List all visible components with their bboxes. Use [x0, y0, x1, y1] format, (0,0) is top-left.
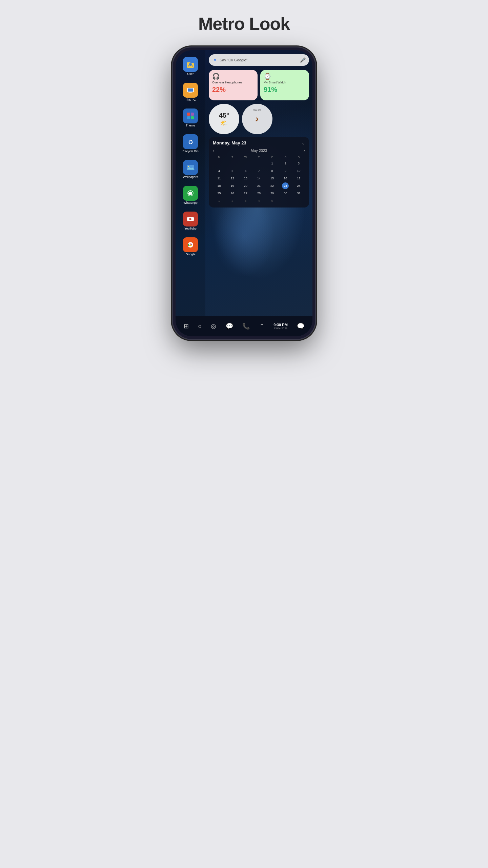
cal-day-1[interactable]: 1: [269, 160, 276, 167]
cal-day-empty5: [282, 197, 289, 204]
recycle-label: Recycle Bin: [182, 150, 199, 153]
headphones-percent: 22%: [212, 86, 254, 94]
cal-day-2[interactable]: 2: [282, 160, 289, 167]
cal-day-23-today[interactable]: 23: [282, 182, 289, 189]
cal-header-s2: S: [292, 155, 305, 159]
thispc-label: This PC: [185, 98, 196, 102]
cal-day-4[interactable]: 4: [216, 167, 223, 174]
cal-day-27[interactable]: 27: [242, 190, 249, 197]
sidebar-item-whatsapp[interactable]: WhatsApp: [178, 183, 203, 208]
calendar-month-label: May 2023: [251, 149, 267, 153]
cal-day-15[interactable]: 15: [269, 175, 276, 182]
calendar-header: Monday, May 23 ⌄: [213, 140, 305, 145]
cal-day-30[interactable]: 30: [282, 190, 289, 197]
message-icon[interactable]: 🗨️: [297, 322, 304, 330]
cal-day-14[interactable]: 14: [256, 175, 262, 182]
cal-day-25[interactable]: 25: [216, 190, 223, 197]
mic-icon[interactable]: 🎤: [300, 57, 306, 63]
sidebar-item-youtube[interactable]: YouTube: [178, 209, 203, 233]
cal-day-16[interactable]: 16: [282, 175, 289, 182]
nav-time: 9:30 PM: [273, 323, 288, 327]
user-icon: [183, 57, 198, 72]
svg-rect-12: [187, 116, 190, 119]
sidebar-item-theme[interactable]: Theme: [178, 106, 203, 130]
phone-screen: User This PC: [176, 50, 312, 336]
clock-widget[interactable]: Sat 22 ›: [242, 104, 272, 134]
search-bar[interactable]: Say "Ok Google" 🎤: [209, 54, 309, 66]
calendar-next-button[interactable]: ›: [304, 148, 305, 153]
headphones-widget[interactable]: 🎧 Over-ear Headphones 22%: [209, 70, 258, 100]
cal-day-20[interactable]: 20: [242, 182, 249, 189]
cal-day-26[interactable]: 26: [229, 190, 236, 197]
cal-day-next3[interactable]: 3: [242, 197, 249, 204]
sidebar-item-google[interactable]: Google: [178, 235, 203, 259]
cal-day-6[interactable]: 6: [242, 167, 249, 174]
cal-day-7[interactable]: 7: [256, 167, 262, 174]
cal-day-11[interactable]: 11: [216, 175, 223, 182]
cal-day-19[interactable]: 19: [229, 182, 236, 189]
home-circle-icon[interactable]: ○: [198, 323, 202, 330]
headphones-name: Over-ear Headphones: [212, 81, 254, 84]
cal-day-21[interactable]: 21: [256, 182, 262, 189]
cal-day-24[interactable]: 24: [295, 182, 302, 189]
wallpaper-icon: [183, 160, 198, 175]
svg-rect-6: [188, 88, 193, 92]
cal-day-28[interactable]: 28: [256, 190, 262, 197]
cal-day-18[interactable]: 18: [216, 182, 223, 189]
cal-day-8[interactable]: 8: [269, 167, 276, 174]
svg-rect-13: [191, 116, 194, 119]
cal-day-next5[interactable]: 5: [269, 197, 276, 204]
clock-hand-icon: ›: [254, 113, 260, 124]
clock-date: Sat 22: [253, 108, 261, 112]
cal-day-5[interactable]: 5: [229, 167, 236, 174]
calendar-widget[interactable]: Monday, May 23 ⌄ ‹ May 2023 › M T W T: [209, 137, 309, 208]
weather-widget[interactable]: 45° 🌤️: [209, 104, 239, 134]
theme-icon: [183, 108, 198, 123]
cal-day-next2[interactable]: 2: [229, 197, 236, 204]
thispc-icon: [183, 83, 198, 98]
svg-rect-9: [186, 111, 195, 121]
cal-day-3[interactable]: 3: [295, 160, 302, 167]
cal-header-f: F: [266, 155, 279, 159]
cal-day-10[interactable]: 10: [295, 167, 302, 174]
cal-header-t2: T: [252, 155, 265, 159]
sidebar-item-user[interactable]: User: [178, 54, 203, 79]
sidebar-item-thispc[interactable]: This PC: [178, 80, 203, 104]
headphones-icon: 🎧: [212, 73, 254, 80]
phone-icon[interactable]: 📞: [242, 322, 250, 330]
svg-rect-10: [187, 113, 190, 116]
svg-point-18: [188, 166, 189, 167]
google-label: Google: [185, 253, 195, 256]
cal-day-17[interactable]: 17: [295, 175, 302, 182]
cal-header-s1: S: [279, 155, 292, 159]
cal-day-9[interactable]: 9: [282, 167, 289, 174]
sidebar-item-wallpaper[interactable]: Wallpapers: [178, 157, 203, 182]
cal-day-next4[interactable]: 4: [256, 197, 262, 204]
watch-icon: ⌚: [264, 73, 306, 80]
wallpaper-label: Wallpapers: [183, 176, 198, 179]
weather-icon: 🌤️: [220, 119, 228, 127]
back-icon[interactable]: ◎: [211, 322, 216, 330]
info-row: 45° 🌤️ Sat 22 ›: [209, 104, 309, 134]
cal-header-w: W: [239, 155, 252, 159]
cal-day-13[interactable]: 13: [242, 175, 249, 182]
cal-day-next1[interactable]: 1: [216, 197, 223, 204]
cal-day-29[interactable]: 29: [269, 190, 276, 197]
sidebar-item-recycle[interactable]: ♻ Recycle Bin: [178, 132, 203, 156]
phone-outer: User This PC: [173, 47, 315, 339]
whatsapp-icon: [183, 186, 198, 201]
cal-day-empty6: [295, 197, 302, 204]
watch-name: My Smart Watch: [264, 81, 306, 84]
cal-day-31[interactable]: 31: [295, 190, 302, 197]
watch-widget[interactable]: ⌚ My Smart Watch 91%: [260, 70, 309, 100]
sidebar: User This PC: [176, 50, 205, 316]
multitask-icon[interactable]: ⊞: [184, 322, 189, 330]
up-arrow-icon[interactable]: ⌃: [259, 322, 264, 330]
cal-day-22[interactable]: 22: [269, 182, 276, 189]
cal-day-empty3: [242, 160, 249, 167]
cal-day-12[interactable]: 12: [229, 175, 236, 182]
google-logo-icon: [212, 57, 218, 63]
calendar-prev-button[interactable]: ‹: [213, 148, 214, 153]
chat-icon[interactable]: 💬: [226, 322, 233, 330]
calendar-month-nav: ‹ May 2023 ›: [213, 148, 305, 153]
